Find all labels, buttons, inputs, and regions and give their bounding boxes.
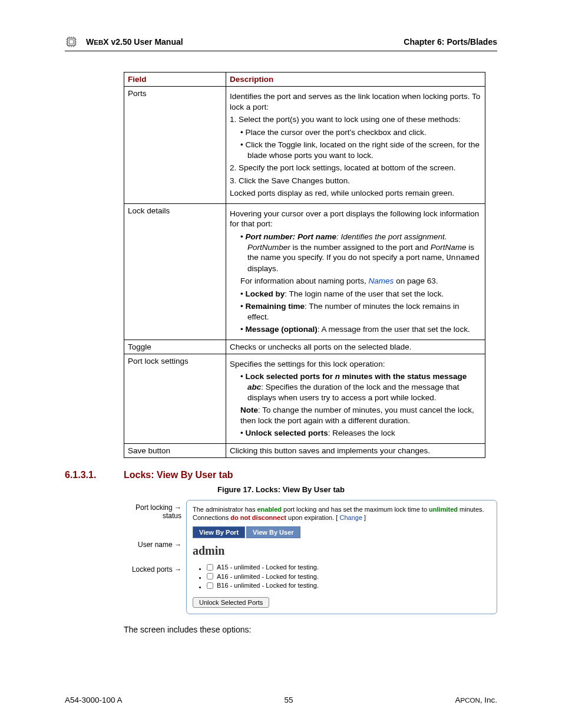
chip-icon	[65, 35, 78, 48]
row-toggle-desc: Checks or unchecks all ports on the sele…	[226, 340, 485, 354]
change-link[interactable]: Change	[339, 514, 362, 521]
unlock-selected-ports-button[interactable]: Unlock Selected Ports	[193, 597, 269, 608]
row-save-desc: Clicking this button saves and implement…	[226, 443, 485, 457]
svg-rect-0	[68, 38, 75, 46]
user-name-heading: admin	[193, 544, 491, 558]
names-link[interactable]: Names	[369, 276, 394, 285]
tab-view-by-port[interactable]: View By Port	[193, 526, 245, 538]
row-save-field: Save button	[124, 443, 226, 457]
row-portlock-desc: Specifies the settings for this lock ope…	[226, 354, 485, 443]
screenshot-panel: The administrator has enabled port locki…	[186, 500, 497, 614]
field-description-table: Field Description Ports Identifies the p…	[124, 72, 485, 458]
row-ports-desc: Identifies the port and serves as the li…	[226, 87, 485, 204]
figure-17: Port locking → status User name → Locked…	[124, 500, 497, 614]
figure-caption: Figure 17. Locks: View By User tab	[65, 485, 497, 494]
list-item: A16 - unlimited - Locked for testing.	[207, 573, 491, 581]
col-description: Description	[226, 73, 485, 87]
footer-left: A54-3000-100 A	[65, 696, 123, 704]
row-ports-field: Ports	[124, 87, 226, 204]
section-heading: 6.1.3.1.Locks: View By User tab	[65, 470, 497, 480]
footer-right: APCON, Inc.	[455, 696, 497, 704]
row-lockdetails-field: Lock details	[124, 203, 226, 340]
tab-view-by-user[interactable]: View By User	[246, 526, 300, 538]
footer-page-number: 55	[285, 696, 293, 704]
lock-status-message: The administrator has enabled port locki…	[193, 505, 491, 522]
list-item: B16 - unlimited - Locked for testing.	[207, 582, 491, 590]
after-figure-text: The screen includes these options:	[124, 625, 497, 634]
list-item: A15 - unlimited - Locked for testing.	[207, 564, 491, 572]
col-field: Field	[124, 73, 226, 87]
row-lockdetails-desc: Hovering your cursor over a port display…	[226, 203, 485, 340]
port-checkbox[interactable]	[207, 573, 213, 579]
figure-callouts: Port locking → status User name → Locked…	[124, 500, 181, 614]
row-portlock-field: Port lock settings	[124, 354, 226, 443]
port-checkbox[interactable]	[207, 564, 213, 571]
view-tabs: View By Port View By User	[193, 526, 491, 538]
header-title-left: WEBX v2.50 User Manual	[86, 37, 404, 47]
page-footer: A54-3000-100 A 55 APCON, Inc.	[65, 696, 497, 704]
port-checkbox[interactable]	[207, 582, 213, 589]
locked-ports-list: A15 - unlimited - Locked for testing. A1…	[207, 564, 491, 590]
row-toggle-field: Toggle	[124, 340, 226, 354]
svg-rect-1	[69, 39, 73, 44]
page-header: WEBX v2.50 User Manual Chapter 6: Ports/…	[65, 35, 497, 51]
header-title-right: Chapter 6: Ports/Blades	[404, 37, 497, 47]
